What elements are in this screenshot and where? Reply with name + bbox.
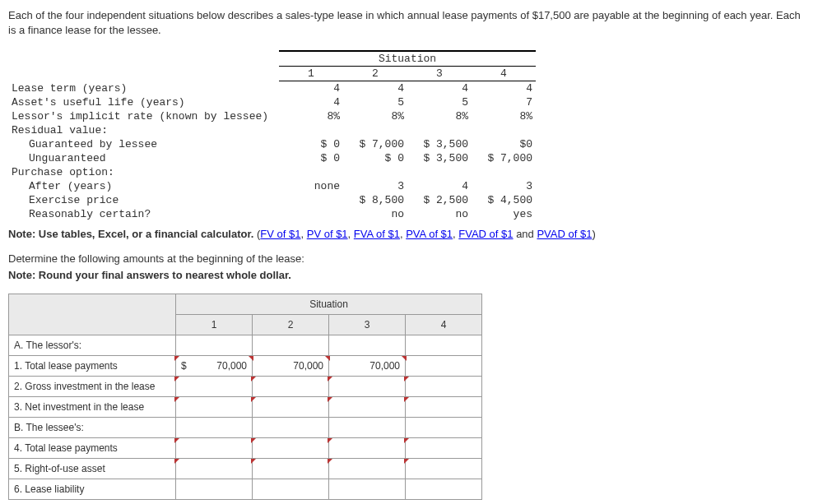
input-cell[interactable] xyxy=(406,356,482,377)
table-row: 6. Lease liability xyxy=(9,479,482,500)
input-cell[interactable] xyxy=(406,479,482,500)
input-cell[interactable]: $70,000 xyxy=(176,356,253,377)
table-row: Purchase option: xyxy=(8,165,536,179)
fvad-link[interactable]: FVAD of $1 xyxy=(458,228,513,240)
table-row: 5. Right-of-use asset xyxy=(9,459,482,479)
table-row: 2. Gross investment in the lease xyxy=(9,377,482,397)
instruction-2: Note: Round your final answers to neares… xyxy=(8,269,810,281)
table-row: Unguaranteed $ 0 $ 0 $ 3,500 $ 7,000 xyxy=(8,151,536,165)
input-cell[interactable] xyxy=(176,459,253,479)
table-row: Reasonably certain? no no yes xyxy=(8,207,536,221)
pv-link[interactable]: PV of $1 xyxy=(307,228,348,240)
answer-col-3: 3 xyxy=(329,315,406,335)
input-cell[interactable] xyxy=(176,479,253,500)
answer-col-2: 2 xyxy=(253,315,329,335)
pvad-link[interactable]: PVAD of $1 xyxy=(537,228,592,240)
col-3: 3 xyxy=(407,67,472,81)
answer-col-1: 1 xyxy=(176,315,253,335)
fv-link[interactable]: FV of $1 xyxy=(260,228,300,240)
col-2: 2 xyxy=(343,67,407,81)
col-1: 1 xyxy=(279,67,343,81)
table-row: After (years) none 3 4 3 xyxy=(8,179,536,193)
table-row: 4. Total lease payments xyxy=(9,438,482,459)
table-row: 3. Net investment in the lease xyxy=(9,397,482,418)
table-row: Residual value: xyxy=(8,123,536,137)
intro-text: Each of the four independent situations … xyxy=(8,8,810,38)
fva-link[interactable]: FVA of $1 xyxy=(354,228,400,240)
note-text: Note: Use tables, Excel, or a financial … xyxy=(8,228,810,240)
input-cell[interactable] xyxy=(329,397,406,418)
situation-header: Situation xyxy=(279,51,536,67)
answer-table: Situation 1 2 3 4 A. The lessor's: 1. To… xyxy=(8,294,482,500)
table-row: B. The lessee's: xyxy=(9,418,482,438)
input-cell[interactable] xyxy=(176,397,253,418)
input-cell[interactable] xyxy=(176,377,253,397)
input-cell[interactable] xyxy=(406,397,482,418)
input-cell[interactable] xyxy=(406,459,482,479)
table-row: Asset's useful life (years) 4 5 5 7 xyxy=(8,95,536,109)
input-cell[interactable] xyxy=(329,377,406,397)
input-cell[interactable] xyxy=(329,479,406,500)
table-row: Lessor's implicit rate (known by lessee)… xyxy=(8,109,536,123)
input-cell[interactable] xyxy=(253,397,329,418)
input-cell[interactable] xyxy=(253,377,329,397)
input-cell[interactable] xyxy=(406,377,482,397)
table-row: Lease term (years) 4 4 4 4 xyxy=(8,81,536,96)
answer-col-4: 4 xyxy=(406,315,482,335)
table-row: Guaranteed by lessee $ 0 $ 7,000 $ 3,500… xyxy=(8,137,536,151)
table-row: 1. Total lease payments $70,000 70,000 7… xyxy=(9,356,482,377)
input-cell[interactable] xyxy=(253,459,329,479)
input-cell[interactable] xyxy=(253,438,329,459)
pva-link[interactable]: PVA of $1 xyxy=(406,228,453,240)
col-4: 4 xyxy=(472,67,536,81)
situation-data-table: Situation 1 2 3 4 Lease term (years) 4 4… xyxy=(8,50,536,221)
input-cell[interactable] xyxy=(176,438,253,459)
input-cell[interactable]: 70,000 xyxy=(329,356,406,377)
table-row: A. The lessor's: xyxy=(9,335,482,356)
input-cell[interactable] xyxy=(329,459,406,479)
input-cell[interactable] xyxy=(253,479,329,500)
instruction-1: Determine the following amounts at the b… xyxy=(8,252,810,265)
input-cell[interactable]: 70,000 xyxy=(253,356,329,377)
table-row: Exercise price $ 8,500 $ 2,500 $ 4,500 xyxy=(8,193,536,207)
input-cell[interactable] xyxy=(406,438,482,459)
answer-situation-header: Situation xyxy=(176,294,482,315)
input-cell[interactable] xyxy=(329,438,406,459)
